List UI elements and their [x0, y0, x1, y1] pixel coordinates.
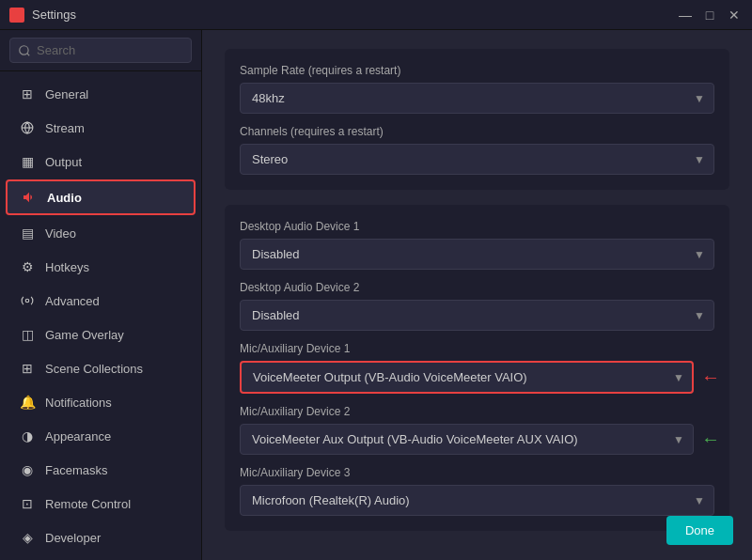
- sidebar-item-audio[interactable]: Audio: [6, 179, 196, 215]
- desktop-audio-1-label: Desktop Audio Device 1: [240, 220, 714, 233]
- developer-icon: ◈: [19, 529, 36, 546]
- sample-rate-select-wrapper: 48khz 44.1khz ▼: [240, 83, 714, 114]
- sidebar-item-general[interactable]: ⊞ General: [6, 78, 196, 110]
- stream-icon: [19, 119, 36, 136]
- section-sample-rate: Sample Rate (requires a restart) 48khz 4…: [225, 49, 729, 190]
- window-controls: — □ ✕: [677, 7, 743, 23]
- mic-device-3-label: Mic/Auxiliary Device 3: [240, 466, 714, 479]
- mic-device-2-wrapper: VoiceMeeter Aux Output (VB-Audio VoiceMe…: [240, 424, 694, 455]
- content-area: Sample Rate (requires a restart) 48khz 4…: [202, 30, 752, 560]
- sidebar-label-facemasks: Facemasks: [45, 463, 107, 477]
- mic-device-1-label: Mic/Auxiliary Device 1: [240, 342, 714, 355]
- sidebar-item-notifications[interactable]: 🔔 Notifications: [6, 386, 196, 418]
- sample-rate-select[interactable]: 48khz 44.1khz: [240, 83, 714, 114]
- mic-device-2-green-arrow-icon: ←: [701, 428, 720, 450]
- sidebar-label-stream: Stream: [45, 121, 85, 135]
- sidebar-label-game-overlay: Game Overlay: [45, 328, 124, 342]
- sidebar-label-hotkeys: Hotkeys: [45, 260, 89, 274]
- advanced-icon: [19, 292, 36, 309]
- notifications-icon: 🔔: [19, 394, 36, 411]
- remote-control-icon: ⊡: [19, 495, 36, 512]
- sample-rate-label: Sample Rate (requires a restart): [240, 64, 714, 77]
- channels-select[interactable]: Stereo Mono: [240, 144, 714, 175]
- sidebar-item-advanced[interactable]: Advanced: [6, 285, 196, 317]
- channels-label: Channels (requires a restart): [240, 125, 714, 138]
- nav-items: ⊞ General Stream ▦ Output Audio ▤: [0, 71, 201, 560]
- sidebar-label-scene-collections: Scene Collections: [45, 362, 143, 376]
- sidebar-label-remote-control: Remote Control: [45, 497, 131, 511]
- mic-device-1-select[interactable]: VoiceMeeter Output (VB-Audio VoiceMeeter…: [240, 361, 694, 394]
- facemasks-icon: ◉: [19, 461, 36, 478]
- sidebar-item-developer[interactable]: ◈ Developer: [6, 521, 196, 553]
- desktop-audio-1-wrapper: Disabled ▼: [240, 239, 714, 270]
- maximize-button[interactable]: □: [701, 7, 718, 23]
- mic-device-2-label: Mic/Auxiliary Device 2: [240, 405, 714, 418]
- sidebar: ⊞ General Stream ▦ Output Audio ▤: [0, 30, 202, 560]
- section-audio-devices: Desktop Audio Device 1 Disabled ▼ Deskto…: [225, 205, 729, 531]
- sidebar-item-remote-control[interactable]: ⊡ Remote Control: [6, 488, 196, 520]
- sidebar-item-appearance[interactable]: ◑ Appearance: [6, 420, 196, 452]
- search-icon: [18, 44, 31, 57]
- channels-select-wrapper: Stereo Mono ▼: [240, 144, 714, 175]
- output-icon: ▦: [19, 153, 36, 170]
- mic-device-3-select[interactable]: Microfoon (Realtek(R) Audio): [240, 485, 714, 516]
- desktop-audio-2-label: Desktop Audio Device 2: [240, 281, 714, 294]
- sidebar-label-general: General: [45, 87, 88, 101]
- mic-device-1-wrapper: VoiceMeeter Output (VB-Audio VoiceMeeter…: [240, 361, 694, 394]
- search-box: [9, 38, 192, 63]
- sidebar-item-scene-collections[interactable]: ⊞ Scene Collections: [6, 352, 196, 384]
- minimize-button[interactable]: —: [677, 7, 694, 23]
- appearance-icon: ◑: [19, 428, 36, 444]
- app-icon: [9, 8, 24, 23]
- sidebar-item-facemasks[interactable]: ◉ Facemasks: [6, 454, 196, 486]
- sidebar-label-video: Video: [45, 226, 76, 241]
- sidebar-item-experimental[interactable]: ⊛ Experimental: [6, 555, 196, 560]
- sidebar-label-developer: Developer: [45, 531, 101, 545]
- scene-collections-icon: ⊞: [19, 360, 36, 377]
- svg-line-1: [27, 53, 30, 55]
- done-button[interactable]: Done: [666, 516, 733, 545]
- main-container: ⊞ General Stream ▦ Output Audio ▤: [0, 30, 752, 560]
- sidebar-item-hotkeys[interactable]: ⚙ Hotkeys: [6, 251, 196, 283]
- sidebar-label-notifications: Notifications: [45, 396, 112, 410]
- game-overlay-icon: ◫: [19, 326, 36, 343]
- sidebar-label-audio: Audio: [47, 191, 82, 205]
- sidebar-item-output[interactable]: ▦ Output: [6, 146, 196, 178]
- mic-device-1-red-arrow-icon: ←: [701, 366, 720, 388]
- hotkeys-icon: ⚙: [19, 258, 36, 275]
- mic-device-3-wrapper: Microfoon (Realtek(R) Audio) ▼: [240, 485, 714, 516]
- svg-point-4: [25, 299, 29, 303]
- svg-point-0: [20, 45, 28, 54]
- sidebar-item-video[interactable]: ▤ Video: [6, 217, 196, 249]
- desktop-audio-2-select[interactable]: Disabled: [240, 300, 714, 331]
- mic-device-2-select[interactable]: VoiceMeeter Aux Output (VB-Audio VoiceMe…: [240, 424, 694, 455]
- sidebar-item-game-overlay[interactable]: ◫ Game Overlay: [6, 319, 196, 350]
- audio-icon: [21, 189, 38, 206]
- video-icon: ▤: [19, 225, 36, 241]
- mic-device-2-row: VoiceMeeter Aux Output (VB-Audio VoiceMe…: [240, 424, 714, 455]
- mic-device-1-row: VoiceMeeter Output (VB-Audio VoiceMeeter…: [240, 361, 714, 394]
- search-input[interactable]: [37, 43, 183, 57]
- done-button-container: Done: [666, 516, 733, 545]
- sidebar-item-stream[interactable]: Stream: [6, 112, 196, 144]
- desktop-audio-2-wrapper: Disabled ▼: [240, 300, 714, 331]
- sidebar-label-output: Output: [45, 155, 82, 169]
- sidebar-label-advanced: Advanced: [45, 294, 100, 308]
- desktop-audio-1-select[interactable]: Disabled: [240, 239, 714, 270]
- sidebar-label-appearance: Appearance: [45, 429, 111, 443]
- titlebar: Settings — □ ✕: [0, 0, 752, 30]
- window-title: Settings: [32, 8, 677, 22]
- search-container: [0, 30, 201, 71]
- close-button[interactable]: ✕: [726, 7, 743, 23]
- general-icon: ⊞: [19, 86, 36, 102]
